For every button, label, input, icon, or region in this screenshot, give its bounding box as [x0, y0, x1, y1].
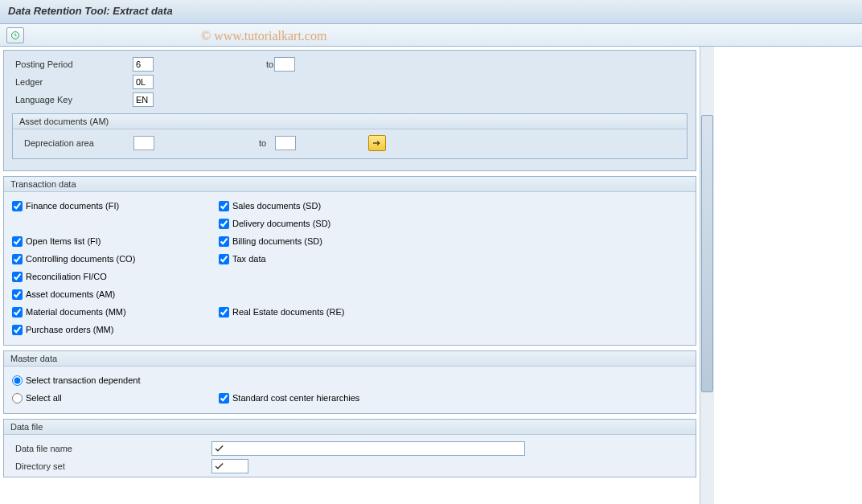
sales-documents-label: Sales documents (SD) — [232, 201, 321, 211]
asset-documents-label: Asset documents (AM) — [26, 289, 115, 299]
transaction-data-group: Transaction data Finance documents (FI) … — [3, 176, 696, 346]
open-items-checkbox[interactable] — [12, 236, 23, 247]
material-documents-label: Material documents (MM) — [26, 307, 126, 317]
to-label: to — [154, 59, 274, 69]
finance-documents-label: Finance documents (FI) — [26, 201, 119, 211]
execute-button[interactable] — [6, 27, 24, 43]
data-file-name-label: Data file name — [12, 444, 211, 453]
asset-documents-heading: Asset documents (AM) — [13, 114, 687, 129]
main-scroll-area: Posting Period to Ledger Language Key As… — [0, 47, 700, 504]
purchase-orders-checkbox[interactable] — [12, 325, 23, 335]
sales-documents-checkbox[interactable] — [219, 201, 229, 211]
asset-documents-checkbox[interactable] — [12, 289, 23, 300]
ledger-label: Ledger — [12, 77, 133, 87]
vertical-scrollbar[interactable] — [700, 47, 714, 504]
delivery-documents-label: Delivery documents (SD) — [232, 219, 330, 228]
language-key-input[interactable] — [133, 92, 154, 107]
tax-data-checkbox[interactable] — [219, 254, 229, 264]
page-title: Data Retention Tool: Extract data — [8, 5, 173, 17]
posting-period-from-input[interactable] — [133, 57, 154, 72]
billing-documents-label: Billing documents (SD) — [232, 236, 322, 246]
real-estate-documents-checkbox[interactable] — [219, 307, 229, 318]
tax-data-label: Tax data — [232, 254, 266, 264]
window-titlebar: Data Retention Tool: Extract data — [0, 0, 862, 24]
selection-top-fields: Posting Period to Ledger Language Key As… — [3, 50, 696, 171]
data-file-group: Data file Data file name Directory set — [3, 419, 696, 477]
real-estate-documents-label: Real Estate documents (RE) — [232, 307, 344, 317]
data-file-heading: Data file — [4, 420, 696, 435]
language-key-label: Language Key — [12, 95, 133, 104]
ledger-input[interactable] — [133, 75, 154, 89]
select-all-radio[interactable] — [12, 393, 23, 404]
select-all-label: Select all — [26, 393, 62, 403]
directory-set-label: Directory set — [12, 461, 211, 471]
delivery-documents-checkbox[interactable] — [219, 219, 229, 229]
scrollbar-thumb[interactable] — [701, 115, 713, 392]
posting-period-label: Posting Period — [12, 59, 133, 69]
controlling-documents-label: Controlling documents (CO) — [26, 254, 135, 264]
to-label: to — [154, 138, 275, 148]
data-file-name-input[interactable] — [211, 441, 525, 456]
material-documents-checkbox[interactable] — [12, 307, 23, 318]
master-data-heading: Master data — [4, 351, 696, 367]
depreciation-area-to-input[interactable] — [275, 136, 296, 150]
std-cost-center-checkbox[interactable] — [219, 393, 229, 404]
multiple-selection-button[interactable] — [368, 135, 386, 151]
asset-documents-group: Asset documents (AM) Depreciation area t… — [12, 113, 688, 159]
billing-documents-checkbox[interactable] — [219, 236, 229, 247]
purchase-orders-label: Purchase orders (MM) — [26, 325, 113, 334]
select-transaction-dependent-label: Select transaction dependent — [26, 375, 141, 385]
posting-period-to-input[interactable] — [274, 57, 295, 72]
std-cost-center-label: Standard cost center hierarchies — [232, 393, 359, 403]
app-toolbar — [0, 24, 862, 47]
master-data-group: Master data Select transaction dependent… — [3, 350, 696, 414]
open-items-label: Open Items list (FI) — [26, 236, 101, 246]
reconciliation-checkbox[interactable] — [12, 272, 23, 282]
check-icon — [214, 444, 225, 453]
controlling-documents-checkbox[interactable] — [12, 254, 23, 264]
check-icon — [214, 461, 225, 471]
clock-run-icon — [10, 31, 20, 40]
finance-documents-checkbox[interactable] — [12, 201, 23, 211]
arrow-right-icon — [372, 139, 382, 147]
depreciation-area-label: Depreciation area — [21, 138, 133, 148]
reconciliation-label: Reconciliation FI/CO — [26, 272, 107, 281]
select-transaction-dependent-radio[interactable] — [12, 375, 23, 386]
depreciation-area-from-input[interactable] — [133, 136, 154, 150]
transaction-data-heading: Transaction data — [4, 177, 696, 192]
